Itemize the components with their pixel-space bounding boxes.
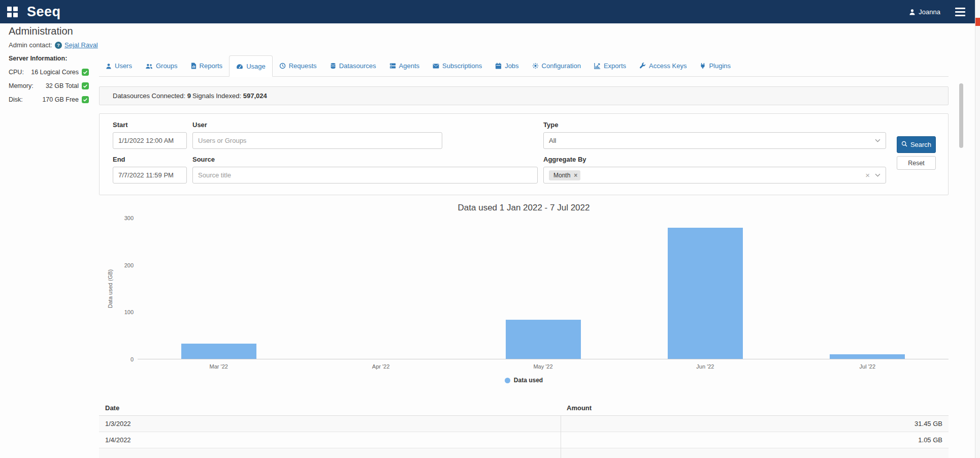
server-icon <box>389 63 396 69</box>
check-icon <box>82 96 89 103</box>
tab-usage[interactable]: Usage <box>229 55 273 77</box>
aggregate-by-label: Aggregate By <box>543 156 886 163</box>
users-icon <box>145 63 153 69</box>
bar-jul22[interactable] <box>830 354 905 359</box>
server-info-heading: Server Information: <box>9 55 89 62</box>
tab-bar: UsersGroupsReportsUsageRequestsDatasourc… <box>99 55 949 77</box>
user-input[interactable] <box>192 132 442 149</box>
tab-users[interactable]: Users <box>99 55 139 76</box>
user-field: User <box>192 121 442 149</box>
table-row[interactable]: 1/3/202231.45 GB <box>99 416 949 432</box>
user-name: Joanna <box>919 8 940 16</box>
tab-agents[interactable]: Agents <box>383 55 426 76</box>
clear-icon[interactable]: × <box>865 171 870 179</box>
tab-access-keys[interactable]: Access Keys <box>633 55 693 76</box>
tab-configuration[interactable]: Configuration <box>526 55 587 76</box>
wrench-icon <box>639 63 646 69</box>
chart-title: Data used 1 Jan 2022 - 7 Jul 2022 <box>99 203 949 215</box>
type-field: Type All <box>543 121 886 149</box>
gears-icon <box>532 63 539 69</box>
end-input[interactable] <box>113 167 187 184</box>
file-chart-icon <box>191 63 197 69</box>
export-icon <box>594 63 601 69</box>
user-menu[interactable]: Joanna <box>909 8 940 16</box>
content-scrollbar-thumb[interactable] <box>959 83 963 148</box>
legend-label: Data used <box>514 377 543 384</box>
envelope-icon <box>433 64 439 69</box>
search-icon <box>901 141 907 148</box>
usage-chart: Data used 1 Jan 2022 - 7 Jul 2022 Data u… <box>99 203 949 384</box>
plot-area <box>138 218 949 359</box>
navbar-right: Joanna <box>909 6 967 18</box>
gauge-icon <box>236 64 243 69</box>
tab-groups[interactable]: Groups <box>139 55 184 76</box>
main-panel: UsersGroupsReportsUsageRequestsDatasourc… <box>99 55 949 458</box>
type-select[interactable]: All <box>543 132 886 149</box>
chevron-down-icon[interactable] <box>875 173 880 177</box>
navbar-left: Seeq <box>6 5 61 19</box>
content-scrollbar[interactable] <box>959 83 963 458</box>
admin-contact: Admin contact: ? Sejal Raval <box>9 41 975 49</box>
check-icon <box>82 69 89 76</box>
x-tick-label: Mar '22 <box>138 363 300 370</box>
start-input[interactable] <box>113 132 187 149</box>
category-slot <box>462 218 624 359</box>
source-input[interactable] <box>192 167 538 184</box>
window-scrollbar[interactable] <box>975 0 980 458</box>
column-header-date: Date <box>99 401 561 416</box>
end-field: End <box>113 156 187 184</box>
source-field: Source <box>192 156 538 184</box>
hamburger-menu-icon[interactable] <box>954 6 967 18</box>
category-slot <box>787 218 949 359</box>
table-body: 1/3/202231.45 GB1/4/20221.05 GB <box>99 416 949 458</box>
admin-contact-link[interactable]: Sejal Raval <box>64 41 98 49</box>
usage-table: Date Amount 1/3/202231.45 GB1/4/20221.05… <box>99 401 949 458</box>
tab-subscriptions[interactable]: Subscriptions <box>426 55 488 76</box>
type-label: Type <box>543 121 886 129</box>
y-tick-label: 300 <box>124 215 134 221</box>
help-icon[interactable]: ? <box>55 42 62 49</box>
tab-reports[interactable]: Reports <box>184 55 230 76</box>
calendar-icon <box>495 63 502 69</box>
seeq-logo: Seeq <box>27 5 61 19</box>
status-bar: Datasources Connected: 9 Signals Indexed… <box>99 86 949 105</box>
start-label: Start <box>113 121 187 129</box>
category-slot <box>138 218 300 359</box>
reset-button[interactable]: Reset <box>897 156 936 170</box>
category-slot <box>624 218 786 359</box>
legend-marker <box>505 378 510 383</box>
bar-may22[interactable] <box>506 320 581 359</box>
aggregate-tag-month[interactable]: Month × <box>549 170 580 180</box>
y-tick-label: 0 <box>130 356 134 362</box>
end-label: End <box>113 156 187 163</box>
user-icon <box>909 9 916 15</box>
x-axis-labels: Mar '22Apr '22May '22Jun '22Jul '22 <box>138 363 949 370</box>
history-icon <box>279 63 286 69</box>
datasources-connected: Datasources Connected: 9 <box>113 92 192 100</box>
scroll-marker <box>975 18 980 26</box>
table-row[interactable]: 1/4/20221.05 GB <box>99 432 949 448</box>
tab-requests[interactable]: Requests <box>273 55 323 76</box>
tab-datasources[interactable]: Datasources <box>323 55 383 76</box>
tab-exports[interactable]: Exports <box>587 55 633 76</box>
search-button[interactable]: Search <box>897 136 936 153</box>
bar-mar22[interactable] <box>181 344 256 359</box>
y-tick-label: 200 <box>124 262 134 268</box>
svg-text:?: ? <box>57 42 60 48</box>
server-info-item: CPU:16 Logical Cores <box>9 69 89 76</box>
x-tick-label: Jun '22 <box>624 363 786 370</box>
remove-tag-icon[interactable]: × <box>574 172 577 179</box>
tab-plugins[interactable]: Plugins <box>693 55 737 76</box>
top-navbar: Seeq Joanna <box>0 0 975 23</box>
bar-jun22[interactable] <box>668 228 743 359</box>
server-info-list: CPU:16 Logical CoresMemory:32 GB TotalDi… <box>9 69 89 103</box>
tab-jobs[interactable]: Jobs <box>488 55 525 76</box>
aggregate-by-field: Aggregate By Month × × <box>543 156 886 184</box>
chart-legend[interactable]: Data used <box>99 377 949 384</box>
aggregate-by-select[interactable]: Month × × <box>543 167 886 184</box>
filter-panel: Start User Type All End <box>99 113 949 195</box>
plug-icon <box>700 63 706 69</box>
server-info: Server Information: CPU:16 Logical Cores… <box>9 55 89 103</box>
app-grid-icon[interactable] <box>6 6 19 18</box>
check-icon <box>82 82 89 89</box>
